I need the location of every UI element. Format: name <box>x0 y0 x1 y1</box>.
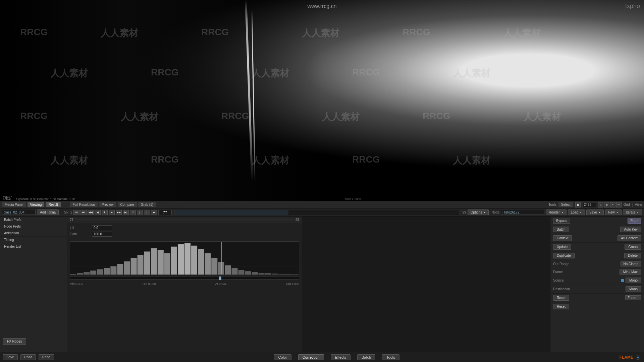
source-row: Source Mono <box>550 276 644 285</box>
histogram-container <box>70 241 299 275</box>
node-field[interactable] <box>501 210 544 215</box>
play-btn[interactable]: ▶ <box>109 210 115 215</box>
iterate-btn[interactable]: Iterate <box>623 209 642 215</box>
tools-tab[interactable]: Tools <box>382 354 399 360</box>
bottom-undo-btn[interactable]: Undo <box>20 354 36 360</box>
media-panel-tab[interactable]: Media Panel <box>2 202 26 207</box>
front-btn[interactable]: Front <box>628 218 641 224</box>
mark-in-btn[interactable]: [ <box>137 210 143 215</box>
view-label: View <box>635 203 642 206</box>
svg-rect-35 <box>285 274 291 275</box>
auto-key-btn[interactable]: Auto Key <box>620 227 641 232</box>
fit-icon[interactable]: ⊕ <box>604 202 609 207</box>
reset2-btn[interactable]: Reset <box>553 304 569 309</box>
network-icon <box>635 354 641 361</box>
delete-btn[interactable]: Delete <box>624 253 641 258</box>
animation-item[interactable]: Animation <box>0 230 67 237</box>
destination-value-btn[interactable]: Mono <box>626 286 641 292</box>
scrubber-handle[interactable] <box>219 277 221 280</box>
options-btn[interactable]: Options <box>468 209 489 215</box>
new-btn[interactable]: New <box>605 209 622 215</box>
home-icon[interactable]: ⌂ <box>598 202 603 207</box>
viewing-tab[interactable]: Viewing <box>28 202 45 207</box>
node-prefs-item[interactable]: Node Prefs <box>0 223 67 230</box>
no-clamp-btn[interactable]: No Clamp <box>621 261 641 266</box>
update-btn[interactable]: Update <box>553 244 571 250</box>
active-label: Active Exposure: 0.00 Contrast: 1.00 Gam… <box>3 197 361 201</box>
color-tab[interactable]: Color <box>274 354 291 360</box>
bottom-redo-btn[interactable]: Redo <box>39 354 54 360</box>
out-label: Out 0.000 <box>143 282 156 286</box>
source-value-btn[interactable]: Mono <box>626 278 641 283</box>
full-resolution-btn[interactable]: Full Resolution <box>70 202 98 207</box>
rewind-btn[interactable]: ◀◀ <box>88 210 94 215</box>
svg-rect-20 <box>184 243 191 275</box>
icon-rect[interactable]: ■ <box>575 202 581 207</box>
zoom-icon[interactable]: + <box>610 202 615 207</box>
play-prev-btn[interactable]: ⏮ <box>73 210 79 215</box>
context-btn[interactable]: Context <box>553 235 572 241</box>
add-tokna-btn[interactable]: Add Tokna <box>37 209 59 215</box>
step-back-btn[interactable]: ◀ <box>95 210 101 215</box>
bypass-btn[interactable]: Bypass <box>553 218 570 224</box>
timeline-bar[interactable] <box>174 210 460 215</box>
effects-tab[interactable]: Effects <box>331 354 351 360</box>
svg-rect-5 <box>84 272 90 275</box>
batch-prefs-item[interactable]: Batch Prefs <box>0 217 67 223</box>
center-panel: 77 99 Lift Gain <box>67 217 302 362</box>
compare-btn[interactable]: Compare <box>118 202 137 207</box>
clip-name-field[interactable] <box>2 210 36 215</box>
at-label: At 0.844 <box>215 282 227 286</box>
select-btn[interactable]: Select <box>558 202 573 207</box>
gain-value[interactable] <box>92 232 112 237</box>
svg-rect-26 <box>225 265 231 275</box>
save-btn[interactable]: Save <box>586 209 604 215</box>
svg-rect-10 <box>117 264 123 275</box>
bottom-toolbar: Save Undo Redo Color Correction Effects … <box>0 352 644 362</box>
scrubber-track[interactable] <box>70 276 299 280</box>
timeline-marker <box>269 210 269 215</box>
play-fast-btn[interactable]: ▶▶ <box>116 210 122 215</box>
loop-btn[interactable]: ↺ <box>130 210 136 215</box>
bottom-save-btn[interactable]: Save <box>3 354 18 360</box>
duplicate-btn[interactable]: Duplicate <box>553 253 575 258</box>
svg-rect-22 <box>198 249 204 275</box>
mark-out-btn[interactable]: ] <box>144 210 150 215</box>
batch-btn[interactable]: Batch <box>553 227 569 232</box>
svg-rect-8 <box>104 268 110 275</box>
preview-btn[interactable]: Preview <box>99 202 116 207</box>
frame-numbers-bar: 77 99 <box>67 217 302 223</box>
pencil-icon[interactable]: ✏ <box>616 202 622 207</box>
main-toolbar: Media Panel Viewing Result Full Resoluti… <box>0 201 644 217</box>
result-tab[interactable]: Result <box>46 202 60 207</box>
batch-tab[interactable]: Batch <box>357 354 375 360</box>
reset-btn[interactable]: Reset <box>553 295 569 301</box>
lift-row: Lift <box>70 225 299 230</box>
au-context-btn[interactable]: Au Context <box>618 235 641 241</box>
svg-rect-12 <box>131 258 137 275</box>
fx-nodes-btn[interactable]: FX Nodes <box>3 338 26 345</box>
end-frame-label: 99 <box>463 210 466 214</box>
group-btn[interactable]: Group <box>625 244 641 250</box>
grab-btn[interactable]: Grab (1) <box>138 202 156 207</box>
correction-tab[interactable]: Correction <box>298 354 324 360</box>
timing-item[interactable]: Timing <box>0 237 67 243</box>
stop-btn[interactable]: ⏹ <box>102 210 108 215</box>
svg-rect-28 <box>238 270 244 275</box>
frame-number-input[interactable] <box>158 210 172 215</box>
keyframe-btn[interactable]: ◆ <box>151 210 157 215</box>
viewport-image: RRCG 人人素材 RRCG 人人素材 RRCG 人人素材 人人素材 RRCG … <box>0 0 644 201</box>
play-next-mark-btn[interactable]: ⏭ <box>80 210 87 215</box>
zoom1-btn[interactable]: Zoom 1 <box>625 295 641 300</box>
load-btn[interactable]: Load <box>568 209 585 215</box>
svg-rect-9 <box>110 266 116 275</box>
render-list-item[interactable]: Render List <box>0 243 67 250</box>
lift-value[interactable] <box>92 225 112 230</box>
batch-autokey-row: Batch Auto Key <box>550 225 644 234</box>
min-max-btn[interactable]: Min / Max <box>620 269 641 275</box>
active-text: Active <box>3 197 11 201</box>
render-btn[interactable]: Render <box>546 209 567 215</box>
frame-counter[interactable] <box>583 202 596 207</box>
play-end-btn[interactable]: ▶| <box>123 210 129 215</box>
resolution-text: 644 x 362 <box>344 197 361 201</box>
